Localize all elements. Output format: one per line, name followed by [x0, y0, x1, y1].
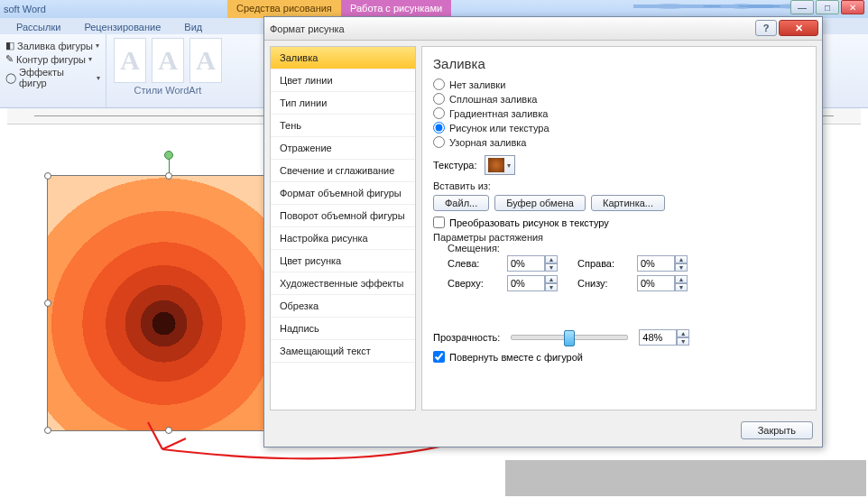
nav-alt-text[interactable]: Замещающий текст: [271, 340, 415, 363]
effects-icon: ◯: [5, 72, 16, 84]
spin-up-icon[interactable]: ▲: [545, 255, 558, 263]
tab-view[interactable]: Вид: [177, 20, 209, 34]
resize-handle-bm[interactable]: [165, 427, 172, 434]
app-titlebar: soft Word Средства рисования Работа с ри…: [0, 0, 868, 18]
nav-3d-format[interactable]: Формат объемной фигуры: [271, 182, 415, 205]
nav-line-color[interactable]: Цвет линии: [271, 69, 415, 92]
nav-shadow[interactable]: Тень: [271, 115, 415, 137]
wordart-style-2[interactable]: A: [152, 38, 184, 83]
shape-styles-group: ◧Заливка фигуры▾ ✎Контур фигуры▾ ◯Эффект…: [0, 34, 106, 107]
flower-image: [48, 176, 290, 430]
fill-picture-radio[interactable]: Рисунок или текстура: [433, 122, 805, 134]
fill-pattern-radio[interactable]: Узорная заливка: [433, 136, 805, 148]
dialog-nav-list: Заливка Цвет линии Тип линии Тень Отраже…: [270, 46, 416, 410]
wordart-styles-group: A A A Стили WordArt: [106, 34, 229, 107]
offsets-label: Смещения:: [448, 243, 805, 254]
dialog-close-button[interactable]: ✕: [779, 20, 818, 36]
stretch-params-label: Параметры растяжения: [433, 232, 805, 243]
dialog-title: Формат рисунка: [270, 23, 345, 34]
panel-title: Заливка: [433, 56, 805, 71]
offset-left-spinner[interactable]: ▲▼: [507, 255, 568, 272]
nav-picture-color[interactable]: Цвет рисунка: [271, 250, 415, 272]
tile-checkbox[interactable]: [433, 217, 445, 228]
context-tab-drawing[interactable]: Средства рисования: [227, 0, 341, 18]
nav-picture-corrections[interactable]: Настройка рисунка: [271, 227, 415, 250]
clipart-button[interactable]: Картинка...: [591, 195, 665, 211]
wordart-style-1[interactable]: A: [114, 38, 146, 83]
chevron-down-icon: ▾: [96, 42, 99, 50]
shape-fill-button[interactable]: ◧Заливка фигуры▾: [5, 40, 100, 51]
background-band: [505, 460, 866, 496]
texture-label: Текстура:: [433, 160, 477, 171]
maximize-button[interactable]: □: [816, 0, 839, 14]
nav-crop[interactable]: Обрезка: [271, 295, 415, 318]
texture-swatch-icon: [488, 158, 504, 172]
nav-3d-rotation[interactable]: Поворот объемной фигуры: [271, 205, 415, 227]
offset-right-label: Справа:: [577, 258, 628, 269]
wordart-group-label: Стили WordArt: [114, 85, 222, 96]
nav-textbox[interactable]: Надпись: [271, 318, 415, 340]
slider-thumb[interactable]: [564, 330, 575, 346]
rotation-stem: [169, 160, 170, 172]
nav-artistic-effects[interactable]: Художественные эффекты: [271, 272, 415, 295]
format-picture-dialog: Формат рисунка ? ✕ Заливка Цвет линии Ти…: [263, 16, 823, 447]
tab-mailings[interactable]: Рассылки: [9, 20, 68, 34]
rotate-with-shape-checkbox[interactable]: [433, 351, 445, 363]
paint-bucket-icon: ◧: [5, 40, 14, 51]
file-button[interactable]: Файл...: [433, 195, 489, 211]
fill-type-radiogroup: Нет заливки Сплошная заливка Градиентная…: [433, 78, 805, 148]
fill-none-radio[interactable]: Нет заливки: [433, 78, 805, 90]
resize-handle-tl[interactable]: [44, 172, 51, 180]
spin-down-icon[interactable]: ▼: [545, 263, 558, 272]
close-button[interactable]: ✕: [841, 0, 864, 14]
resize-handle-tm[interactable]: [165, 172, 172, 180]
decorative-clouds: [633, 0, 814, 13]
insert-from-label: Вставить из:: [433, 180, 805, 191]
chevron-down-icon: ▾: [97, 74, 100, 82]
chevron-down-icon: ▾: [88, 55, 92, 63]
dialog-titlebar[interactable]: Формат рисунка ? ✕: [264, 17, 822, 41]
resize-handle-bl[interactable]: [44, 427, 51, 434]
app-name: soft Word: [4, 4, 46, 14]
transparency-label: Прозрачность:: [433, 332, 500, 343]
offset-bottom-spinner[interactable]: ▲▼: [637, 275, 698, 291]
offset-top-label: Сверху:: [448, 278, 498, 289]
texture-picker-button[interactable]: ▾: [485, 155, 515, 175]
transparency-spinner[interactable]: ▲▼: [639, 329, 689, 346]
nav-fill[interactable]: Заливка: [271, 47, 415, 69]
shape-outline-button[interactable]: ✎Контур фигуры▾: [5, 53, 100, 65]
offset-right-spinner[interactable]: ▲▼: [637, 255, 698, 272]
dialog-help-button[interactable]: ?: [755, 20, 777, 36]
nav-line-style[interactable]: Тип линии: [271, 92, 415, 115]
rotation-handle[interactable]: [164, 151, 173, 160]
offset-left-label: Слева:: [448, 258, 498, 269]
wordart-style-3[interactable]: A: [189, 38, 222, 83]
nav-reflection[interactable]: Отражение: [271, 137, 415, 160]
dialog-close-footer-button[interactable]: Закрыть: [741, 421, 813, 439]
fill-gradient-radio[interactable]: Градиентная заливка: [433, 107, 805, 119]
nav-glow[interactable]: Свечение и сглаживание: [271, 160, 415, 182]
clipboard-button[interactable]: Буфер обмена: [494, 195, 586, 211]
selected-picture[interactable]: [47, 175, 291, 431]
offset-top-spinner[interactable]: ▲▼: [507, 275, 568, 291]
transparency-slider[interactable]: [511, 335, 628, 340]
fill-solid-radio[interactable]: Сплошная заливка: [433, 93, 805, 105]
pen-icon: ✎: [5, 53, 14, 65]
resize-handle-ml[interactable]: [44, 300, 51, 307]
tile-checkbox-row[interactable]: Преобразовать рисунок в текстуру: [433, 217, 805, 228]
chevron-down-icon: ▾: [507, 161, 511, 170]
minimize-button[interactable]: —: [790, 0, 814, 14]
context-tab-picture[interactable]: Работа с рисунками: [341, 0, 451, 18]
shape-effects-button[interactable]: ◯Эффекты фигур▾: [5, 67, 100, 88]
tab-review[interactable]: Рецензирование: [77, 20, 168, 34]
rotate-with-shape-row[interactable]: Повернуть вместе с фигурой: [433, 351, 805, 363]
offset-bottom-label: Снизу:: [577, 278, 628, 289]
dialog-main-panel: Заливка Нет заливки Сплошная заливка Гра…: [421, 46, 817, 410]
